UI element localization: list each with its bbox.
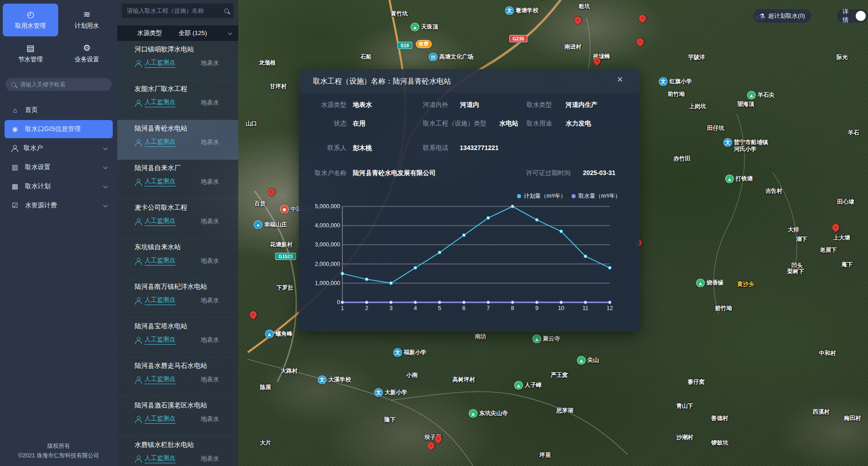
map-place-label: 花塘新村 [270,241,293,249]
app-btn-water-saving[interactable]: ▤节水管理 [3,37,58,70]
sidebar-item-label: 取水口GIS信息管理 [25,125,80,133]
poi-label: 普宁市船埔镇河氏小学 [734,139,768,153]
station-list-item[interactable]: 东坑镇自来水站人工监测点地表水 [117,239,238,278]
mountain-pin-icon: ▲ [469,409,477,418]
map-place-label: 锣鼓坑 [711,439,728,447]
field-label: 取水工程（设施）类型 [423,120,487,128]
map-place-label: 箭竹坳 [715,305,732,312]
sidebar-item-intake-plan[interactable]: ▦取水计划 [5,177,113,195]
water-source-label: 地表水 [201,455,220,463]
red-map-pin-icon[interactable] [635,37,646,47]
app-btn-planned-water[interactable]: ≋计划用水 [59,4,115,36]
filter-value: 全部 (125) [179,29,207,37]
field-label: 联系人 [327,144,346,152]
detail-toggle-label: 详情 [843,8,853,24]
field-label: 联系电话 [423,144,448,152]
legend-item[interactable]: 取水量（m³/年） [572,192,621,200]
sidebar-item-water-users[interactable]: 取水户 [5,139,113,157]
person-icon [135,297,141,304]
map-poi-marker[interactable]: 文墩塘学校 [505,6,538,15]
poi-label: 羊石尖 [758,92,775,99]
red-map-pin-icon[interactable] [637,13,648,24]
water-source-label: 地表水 [201,217,220,225]
map-poi-marker[interactable]: ▲人子嶂 [514,381,542,390]
x-axis-tick-label: 8 [511,305,514,311]
sidebar-item-intake-settings[interactable]: ▥取水设置 [5,158,113,176]
poi-label: 东坑尖山寺 [479,410,508,417]
map-poi-marker[interactable]: 文福新小学 [393,348,426,357]
map-poi-marker[interactable]: 文大新小学 [374,388,407,397]
over-plan-intake-badge[interactable]: ⚗ 超计划取水(0) [753,9,811,23]
map-poi-marker[interactable]: ▲羊石尖 [747,91,775,100]
person-icon [135,60,141,67]
map-poi-marker[interactable]: ▤高塘文化广场 [429,53,473,61]
poi-label: 高塘文化广场 [439,54,473,60]
map-poi-marker[interactable]: ●幸福山庄 [254,220,287,229]
station-name: 陆河县南万镇杞洋水电站 [135,282,232,291]
map-place-label: 梅田村 [844,415,861,422]
legend-item[interactable]: 计划量（m³/年） [517,192,566,200]
station-list-item[interactable]: 河口镇唱歌潭水电站人工监测点地表水 [117,41,238,80]
station-list-item[interactable]: 友能水厂取水工程人工监测点地表水 [117,80,238,120]
map-poi-marker[interactable]: ▲烧香缘 [696,279,724,287]
sidebar-search-input[interactable] [20,81,106,88]
map-poi-marker[interactable]: ▲打铁塘 [725,175,753,183]
map-place-label: 赤竹田 [673,155,691,163]
sidebar-item-home[interactable]: ⌂首页 [5,101,113,119]
app-btn-label: 计划用水 [75,22,99,30]
field-value: 水电站 [499,120,518,128]
sidebar-item-gis-info[interactable]: ◉取水口GIS信息管理 [5,120,113,138]
monitor-type-link: 人工监测点 [145,98,176,107]
water-source-label: 地表水 [201,296,220,305]
data-point [487,301,490,304]
map-poi-marker[interactable]: 文普宁市船埔镇河氏小学 [723,138,768,153]
station-search-input[interactable] [127,8,221,14]
map-poi-marker[interactable]: ▲天珠顶 [411,23,438,31]
water-source-filter[interactable]: 水源类型 全部 (125) [117,25,238,41]
red-map-pin-icon[interactable] [248,310,259,320]
sidebar-menu: ⌂首页◉取水口GIS信息管理取水户▥取水设置▦取水计划☑水资源计费 [0,93,117,215]
app-btn-business-settings[interactable]: ⚙业务设置 [59,37,115,70]
map-place-label: 下罗肚 [276,284,294,292]
station-list-item[interactable]: 陆河县南万镇杞洋水电站人工监测点地表水 [117,278,238,318]
station-name: 陆河县自来水厂 [135,163,232,172]
map-poi-marker[interactable]: ▲东坑尖山寺 [469,409,508,418]
sidebar-item-water-billing[interactable]: ☑水资源计费 [5,196,113,215]
data-point [390,282,392,285]
red-map-pin-icon[interactable] [426,441,437,451]
field-value: 13432771221 [460,144,499,151]
map-poi-marker[interactable]: ▲螺角峰 [265,330,293,338]
person-icon [135,337,141,344]
map-poi-marker[interactable]: ▲尖山 [577,356,599,365]
map-place-label: 羊石 [848,129,859,137]
station-list-item[interactable]: 麦卡公司取水工程人工监测点地表水 [117,199,238,239]
map-place-label: 中和村 [819,350,836,357]
app-btn-water-intake-mgmt[interactable]: ◴取用水管理 [3,4,58,36]
map-place-label: 善德村 [711,415,728,422]
x-axis-tick-label: 9 [535,305,538,311]
station-list-item[interactable]: 陆河县激石溪老区水电站人工监测点地表水 [117,397,238,436]
map-poi-marker[interactable]: 文大溪学校 [318,376,351,384]
monitor-type-link: 人工监测点 [145,296,176,305]
sidebar-search[interactable] [5,78,112,91]
red-map-pin-icon[interactable] [266,187,277,197]
map-place-label: 上岗坑 [689,103,706,110]
station-search[interactable] [122,4,234,18]
copyright-line1: 版权所有 [0,441,117,451]
map-place-label: 大片 [260,439,271,447]
station-list-item[interactable]: 陆河县水唇走马石水电站人工监测点地表水 [117,357,238,397]
map-poi-marker[interactable]: 文红旗小学 [659,77,692,86]
x-axis-tick-label: 3 [389,305,392,311]
station-meta-row: 人工监测点地表水 [135,375,232,384]
map-poi-marker[interactable]: ▲聚云寺 [532,335,560,343]
station-list-item[interactable]: 陆河县青砼水电站人工监测点地表水 [117,120,238,160]
station-list-item[interactable]: 陆河县自来水厂人工监测点地表水 [117,160,238,199]
poi-label: 聚云寺 [543,336,560,342]
station-list-item[interactable]: 陆河县宝塔水电站人工监测点地表水 [117,318,238,357]
station-list-item[interactable]: 水唇镇水栏肚水电站人工监测点地表水 [117,436,238,466]
detail-toggle[interactable]: 详情 [837,9,868,23]
poi-label: 福新小学 [404,349,426,356]
red-map-pin-icon[interactable] [573,15,583,25]
close-icon[interactable]: × [617,75,623,85]
red-map-pin-icon[interactable] [831,222,841,233]
